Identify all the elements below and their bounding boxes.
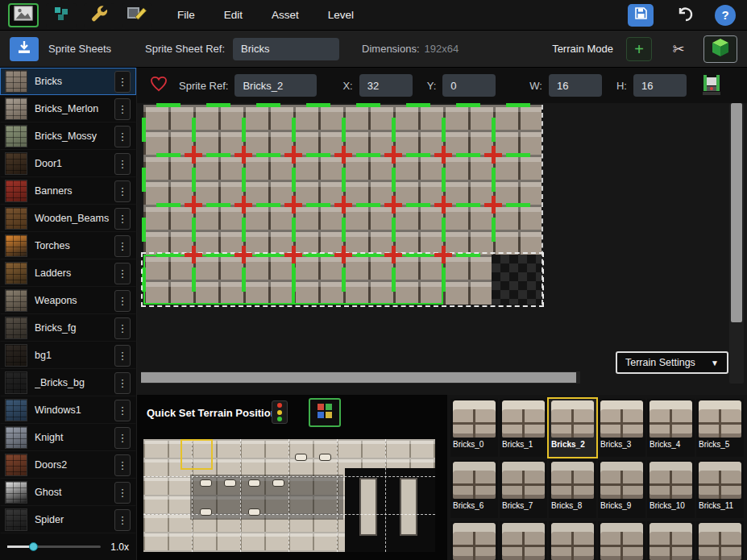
palette-tile-Bricks_7[interactable]: Bricks_7 bbox=[500, 460, 547, 518]
sheet-options-button[interactable]: ⋮ bbox=[114, 263, 131, 284]
palette-tile-partial[interactable] bbox=[549, 521, 596, 560]
terrain-position-minimap[interactable] bbox=[143, 439, 435, 552]
quick-position-grid-button[interactable] bbox=[309, 398, 341, 427]
terrain-cell[interactable] bbox=[243, 105, 293, 155]
terrain-settings-button[interactable]: Terrain Settings ▼ bbox=[616, 351, 728, 374]
slice-button[interactable]: ✂ bbox=[665, 37, 692, 61]
terrain-cell[interactable] bbox=[193, 205, 243, 255]
palette-tile-Bricks_1[interactable]: Bricks_1 bbox=[500, 399, 547, 457]
sheet-options-button[interactable]: ⋮ bbox=[114, 290, 131, 312]
sheet-item-Bricks_Mossy[interactable]: Bricks_Mossy⋮ bbox=[0, 122, 136, 150]
sheet-item-Ghost[interactable]: Ghost⋮ bbox=[0, 479, 136, 506]
menu-edit[interactable]: Edit bbox=[218, 9, 249, 21]
sheet-options-button[interactable]: ⋮ bbox=[114, 509, 131, 531]
terrain-mode-toggle-button[interactable] bbox=[703, 35, 737, 63]
sprite-sheet-canvas[interactable] bbox=[143, 105, 543, 305]
traffic-light-button[interactable] bbox=[272, 400, 288, 424]
sheet-options-button[interactable]: ⋮ bbox=[114, 427, 131, 449]
sheet-item-Bricks_Merlon[interactable]: Bricks_Merlon⋮ bbox=[0, 95, 136, 122]
terrain-cell[interactable] bbox=[193, 105, 243, 155]
sheet-options-button[interactable]: ⋮ bbox=[114, 317, 131, 339]
terrain-cell[interactable] bbox=[143, 155, 193, 205]
sheet-item-Ladders[interactable]: Ladders⋮ bbox=[0, 259, 136, 287]
palette-tile-partial[interactable] bbox=[450, 521, 498, 560]
sheet-item-_Bricks_bg[interactable]: _Bricks_bg⋮ bbox=[0, 369, 136, 396]
sheet-options-button[interactable]: ⋮ bbox=[114, 71, 131, 93]
terrain-cell[interactable] bbox=[293, 205, 343, 255]
x-input[interactable] bbox=[359, 74, 413, 97]
menu-level[interactable]: Level bbox=[322, 9, 360, 21]
sheet-item-Wooden_Beams[interactable]: Wooden_Beams⋮ bbox=[0, 205, 136, 232]
sheet-options-button[interactable]: ⋮ bbox=[114, 372, 131, 394]
sheet-options-button[interactable]: ⋮ bbox=[114, 208, 131, 230]
palette-tile-partial[interactable] bbox=[647, 521, 695, 560]
menu-file[interactable]: File bbox=[171, 9, 201, 21]
palette-tile-Bricks_5[interactable]: Bricks_5 bbox=[696, 399, 744, 457]
sheet-item-Knight[interactable]: Knight⋮ bbox=[0, 424, 136, 451]
terrain-cell[interactable] bbox=[343, 105, 393, 155]
palette-tile-Bricks_9[interactable]: Bricks_9 bbox=[598, 460, 645, 518]
undo-button[interactable] bbox=[673, 4, 697, 27]
sheet-options-button[interactable]: ⋮ bbox=[114, 126, 131, 147]
terrain-cell[interactable] bbox=[293, 155, 343, 205]
terrain-cell[interactable] bbox=[393, 105, 443, 155]
sheet-item-Banners[interactable]: Banners⋮ bbox=[0, 177, 136, 205]
sheet-options-button[interactable]: ⋮ bbox=[114, 235, 131, 257]
terrain-cell[interactable] bbox=[143, 205, 193, 255]
palette-tile-Bricks_2[interactable]: Bricks_2 bbox=[549, 399, 596, 457]
tiles-tool-button[interactable] bbox=[46, 3, 77, 27]
terrain-cell[interactable] bbox=[493, 105, 543, 155]
palette-tile-Bricks_10[interactable]: Bricks_10 bbox=[647, 460, 695, 518]
terrain-cell[interactable] bbox=[343, 205, 393, 255]
terrain-cell[interactable] bbox=[143, 105, 193, 155]
favorite-button[interactable] bbox=[150, 76, 168, 95]
save-button[interactable] bbox=[628, 4, 654, 27]
add-terrain-button[interactable]: + bbox=[626, 37, 652, 61]
y-input[interactable] bbox=[442, 74, 496, 97]
palette-tile-Bricks_6[interactable]: Bricks_6 bbox=[450, 460, 498, 518]
sheet-options-button[interactable]: ⋮ bbox=[114, 180, 131, 202]
sprite-edit-tool-button[interactable] bbox=[122, 3, 152, 27]
sheet-options-button[interactable]: ⋮ bbox=[114, 482, 131, 504]
horizontal-scrollbar[interactable] bbox=[141, 371, 580, 384]
palette-tile-Bricks_11[interactable]: Bricks_11 bbox=[696, 460, 744, 518]
wrench-tool-button[interactable] bbox=[84, 3, 114, 27]
sheet-item-Door1[interactable]: Door1⋮ bbox=[0, 150, 136, 177]
terrain-cell[interactable] bbox=[443, 205, 493, 255]
terrain-cell[interactable] bbox=[193, 155, 243, 205]
sheet-item-Windows1[interactable]: Windows1⋮ bbox=[0, 396, 136, 424]
import-sheet-button[interactable] bbox=[10, 37, 39, 61]
sheet-item-Bricks_fg[interactable]: Bricks_fg⋮ bbox=[0, 314, 136, 342]
sheet-item-Torches[interactable]: Torches⋮ bbox=[0, 232, 136, 259]
terrain-cell[interactable] bbox=[493, 155, 543, 205]
palette-tile-Bricks_4[interactable]: Bricks_4 bbox=[647, 399, 695, 457]
h-input[interactable] bbox=[633, 74, 687, 97]
palette-tile-partial[interactable] bbox=[500, 521, 547, 560]
zoom-slider-handle[interactable] bbox=[29, 542, 38, 551]
palette-tile-Bricks_3[interactable]: Bricks_3 bbox=[598, 399, 645, 457]
sprite-ref-input[interactable] bbox=[234, 74, 317, 97]
terrain-cell[interactable] bbox=[243, 205, 293, 255]
help-button[interactable]: ? bbox=[715, 5, 736, 26]
terrain-cell[interactable] bbox=[393, 155, 443, 205]
sheet-item-Weapons[interactable]: Weapons⋮ bbox=[0, 287, 136, 314]
palette-tile-partial[interactable] bbox=[696, 521, 744, 560]
terrain-cell[interactable] bbox=[243, 155, 293, 205]
sheet-options-button[interactable]: ⋮ bbox=[114, 98, 131, 120]
sprite-sheet-tool-button[interactable] bbox=[8, 3, 39, 27]
vertical-scrollbar[interactable] bbox=[729, 103, 744, 384]
sheet-options-button[interactable]: ⋮ bbox=[114, 153, 131, 175]
w-input[interactable] bbox=[549, 74, 602, 97]
sheet-item-Spider[interactable]: Spider⋮ bbox=[0, 506, 136, 533]
sheet-options-button[interactable]: ⋮ bbox=[114, 345, 131, 367]
terrain-cell[interactable] bbox=[293, 105, 343, 155]
terrain-cell[interactable] bbox=[493, 205, 543, 255]
sheet-ref-input[interactable] bbox=[233, 38, 339, 60]
sheet-item-Bricks[interactable]: Bricks⋮ bbox=[0, 68, 136, 95]
zoom-slider[interactable] bbox=[7, 545, 101, 548]
horizontal-scrollbar-thumb[interactable] bbox=[141, 372, 576, 383]
palette-tile-Bricks_8[interactable]: Bricks_8 bbox=[549, 460, 596, 518]
auto-slice-button[interactable] bbox=[701, 73, 722, 97]
vertical-scrollbar-thumb[interactable] bbox=[731, 103, 742, 322]
palette-tile-partial[interactable] bbox=[598, 521, 645, 560]
